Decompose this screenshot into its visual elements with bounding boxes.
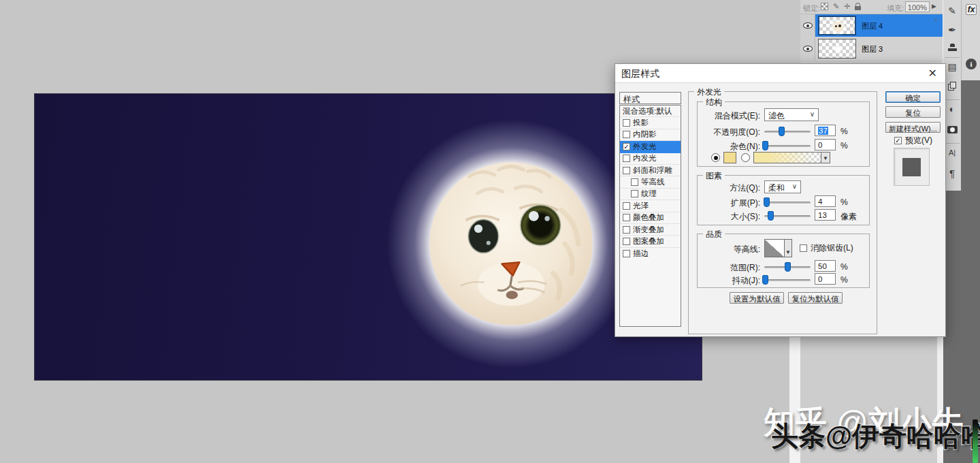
glow-color-radio[interactable] (711, 153, 720, 162)
checkbox[interactable] (623, 226, 630, 234)
eye-icon (803, 46, 813, 52)
checkbox[interactable] (623, 155, 630, 162)
range-slider-thumb[interactable] (785, 262, 791, 272)
checkbox[interactable] (623, 167, 630, 174)
style-item-bevel-emboss[interactable]: 斜面和浮雕 (620, 165, 681, 176)
fill-dropdown-arrow[interactable]: ▶ (932, 3, 936, 10)
style-item-outer-glow[interactable]: ✓外发光 (620, 141, 681, 153)
thumbnail-cat (833, 22, 843, 32)
jitter-slider-thumb[interactable] (762, 275, 768, 285)
glow-color-swatch[interactable] (723, 152, 736, 163)
brush-panel-icon[interactable]: ✎ (945, 4, 959, 18)
range-input[interactable]: 50 (815, 260, 836, 272)
paragraph-panel-icon[interactable]: ¶ (945, 166, 959, 180)
stamp-glyph (948, 44, 957, 52)
style-item-contour[interactable]: 等高线 (620, 176, 681, 188)
checkbox[interactable] (623, 119, 630, 127)
layer-name[interactable]: 图层 3 (862, 44, 883, 54)
close-icon[interactable]: ✕ (928, 67, 937, 80)
style-item-color-overlay[interactable]: 颜色叠加 (620, 212, 681, 224)
contour-thumbnail[interactable] (764, 239, 785, 257)
dock-divider (945, 57, 960, 58)
checkbox-checked[interactable]: ✓ (623, 143, 630, 150)
layer-row-4[interactable]: 图层 4 ∧ (800, 14, 943, 37)
new-style-button[interactable]: 新建样式(W)... (885, 122, 941, 133)
style-item-stroke[interactable]: 描边 (620, 248, 681, 259)
structure-legend: 结构 (703, 97, 725, 108)
style-item-satin[interactable]: 光泽 (620, 200, 681, 212)
checkbox[interactable] (623, 238, 630, 245)
dialog-titlebar[interactable]: 图层样式 ✕ (615, 64, 945, 83)
fill-value-box[interactable]: 100% (905, 1, 930, 12)
style-item-gradient-overlay[interactable]: 渐变叠加 (620, 224, 681, 236)
noise-slider-thumb[interactable] (762, 141, 768, 150)
size-slider-thumb[interactable] (768, 211, 774, 221)
size-slider[interactable] (764, 215, 811, 217)
gradient-dropdown-arrow[interactable]: ▼ (821, 152, 830, 163)
checkbox[interactable] (631, 190, 638, 197)
size-input[interactable]: 13 (815, 209, 836, 221)
style-item-texture[interactable]: 纹理 (620, 189, 681, 200)
quality-group: 品质 等高线: ▼ 消除锯齿(L) 范围(R): 50 % 抖动(J): 0 % (697, 234, 870, 288)
layer-name[interactable]: 图层 4 (862, 21, 883, 31)
info-panel-icon[interactable]: i (964, 57, 978, 71)
image-panel-icon[interactable]: ▤ (945, 60, 959, 74)
opacity-slider[interactable] (764, 131, 811, 133)
adjustments-panel-icon[interactable]: ◐ (945, 102, 959, 116)
document-canvas[interactable] (34, 93, 702, 381)
lock-position-icon[interactable]: ✛ (844, 2, 850, 11)
preview-checkbox-row[interactable]: ✓ 预览(V) (894, 135, 932, 146)
style-item-pattern-overlay[interactable]: 图案叠加 (620, 236, 681, 247)
spread-unit: % (840, 197, 848, 207)
preview-checkbox[interactable]: ✓ (894, 137, 902, 144)
layer-3-thumbnail[interactable] (818, 39, 856, 59)
jitter-input[interactable]: 0 (815, 273, 836, 285)
duplicate-panel-icon[interactable] (945, 79, 959, 93)
layer-row-3[interactable]: 图层 3 (800, 37, 943, 60)
blend-mode-dropdown[interactable]: 滤色 ∨ (764, 108, 819, 121)
ok-button[interactable]: 确定 (885, 91, 941, 103)
checkbox[interactable] (623, 250, 630, 257)
antialias-checkbox[interactable] (800, 244, 807, 252)
lock-pixels-icon[interactable]: ✎ (833, 2, 839, 11)
checkbox[interactable] (623, 202, 630, 210)
antialias-checkbox-row[interactable]: 消除锯齿(L) (800, 242, 853, 254)
glow-gradient-radio[interactable] (741, 153, 750, 162)
noise-input[interactable]: 0 (815, 139, 836, 150)
chevron-down-icon: ∨ (792, 182, 797, 190)
technique-dropdown[interactable]: 柔和 ∨ (764, 180, 801, 193)
spread-slider[interactable] (764, 202, 811, 204)
range-slider[interactable] (764, 266, 811, 268)
style-item-drop-shadow[interactable]: 投影 (620, 117, 681, 129)
glow-gradient-bar[interactable] (753, 152, 821, 163)
style-item-inner-glow[interactable]: 内发光 (620, 153, 681, 165)
layer-4-thumbnail[interactable] (818, 16, 856, 35)
checkbox[interactable] (623, 214, 630, 221)
jitter-slider[interactable] (764, 279, 811, 281)
make-default-button[interactable]: 设置为默认值 (730, 292, 784, 304)
scroll-up-arrow[interactable]: ∧ (934, 16, 938, 23)
layer-visibility-cell[interactable] (800, 14, 815, 37)
reset-default-button[interactable]: 复位为默认值 (788, 292, 843, 304)
tool-presets-icon[interactable]: ✒ (945, 23, 959, 37)
copy-glyph (948, 82, 956, 91)
thumbnail-glow (834, 45, 843, 54)
spread-slider-thumb[interactable] (764, 197, 770, 207)
noise-slider[interactable] (764, 145, 811, 147)
layer-visibility-cell[interactable] (800, 37, 815, 60)
clone-source-icon[interactable] (945, 41, 959, 54)
masks-panel-icon[interactable] (945, 123, 959, 136)
layer-styles-fx-icon[interactable]: fx (964, 3, 978, 16)
checkbox[interactable] (631, 178, 638, 186)
reset-button[interactable]: 复位 (885, 106, 941, 118)
opacity-input[interactable]: 37 (815, 125, 836, 136)
style-item-blending-options[interactable]: 混合选项:默认 (620, 106, 681, 117)
spread-input[interactable]: 4 (815, 195, 836, 207)
opacity-slider-thumb[interactable] (779, 127, 785, 136)
lock-transparency-icon[interactable] (821, 3, 828, 10)
checkbox[interactable] (623, 131, 630, 138)
character-panel-icon[interactable]: A| (945, 146, 959, 159)
lock-all-icon[interactable] (855, 3, 861, 10)
style-item-inner-shadow[interactable]: 内阴影 (620, 129, 681, 141)
contour-dropdown-arrow[interactable]: ▼ (785, 239, 792, 257)
